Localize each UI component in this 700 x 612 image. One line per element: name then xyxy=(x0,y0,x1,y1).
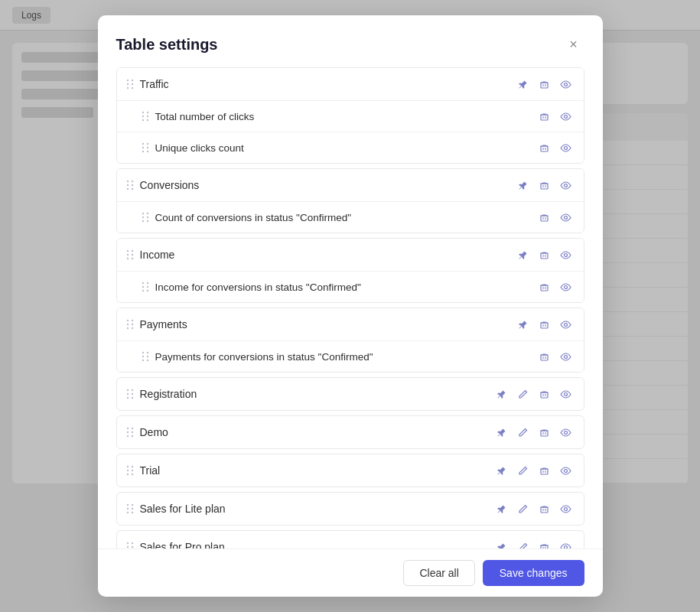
delete-icon[interactable] xyxy=(536,424,553,441)
svg-point-0 xyxy=(126,80,128,81)
svg-point-51 xyxy=(146,286,148,288)
svg-point-25 xyxy=(131,181,132,182)
close-button[interactable]: × xyxy=(563,34,584,55)
svg-rect-62 xyxy=(541,323,548,328)
visibility-icon[interactable] xyxy=(558,316,575,333)
pin-icon[interactable] xyxy=(515,316,532,333)
svg-point-32 xyxy=(142,213,143,214)
visibility-icon[interactable] xyxy=(558,500,575,517)
svg-point-45 xyxy=(131,258,132,259)
delete-icon[interactable] xyxy=(536,462,553,479)
svg-point-88 xyxy=(126,466,128,467)
edit-icon[interactable] xyxy=(515,462,532,479)
row-actions xyxy=(493,500,575,517)
svg-point-90 xyxy=(126,470,128,471)
modal-body[interactable]: TrafficTotal number of clicksUnique clic… xyxy=(98,67,603,549)
delete-icon[interactable] xyxy=(536,500,553,517)
svg-rect-22 xyxy=(541,146,548,151)
svg-point-40 xyxy=(126,250,128,252)
svg-point-1 xyxy=(131,80,132,81)
svg-point-75 xyxy=(131,393,132,395)
visibility-icon[interactable] xyxy=(558,539,575,549)
drag-handle-icon xyxy=(126,79,134,90)
pin-icon[interactable] xyxy=(493,500,510,517)
svg-point-49 xyxy=(146,282,148,284)
svg-point-55 xyxy=(565,285,568,288)
group-container-income: IncomeIncome for conversions in status "… xyxy=(116,238,584,303)
row-actions xyxy=(515,76,575,93)
svg-point-76 xyxy=(126,397,128,399)
svg-point-79 xyxy=(565,392,568,396)
svg-point-11 xyxy=(146,116,148,117)
pin-icon[interactable] xyxy=(493,424,510,441)
svg-point-28 xyxy=(126,188,128,190)
edit-icon[interactable] xyxy=(515,539,532,549)
delete-icon[interactable] xyxy=(536,139,553,156)
group-container-payments: PaymentsPayments for conversions in stat… xyxy=(116,308,584,373)
delete-icon[interactable] xyxy=(536,539,553,549)
delete-icon[interactable] xyxy=(536,108,553,125)
svg-point-71 xyxy=(565,355,568,358)
drag-handle-icon xyxy=(142,111,149,122)
svg-point-64 xyxy=(142,352,143,353)
save-changes-button[interactable]: Save changes xyxy=(483,560,584,586)
delete-icon[interactable] xyxy=(536,348,553,365)
group-label-demo: Demo xyxy=(140,426,487,438)
edit-icon[interactable] xyxy=(515,424,532,441)
visibility-icon[interactable] xyxy=(558,386,575,402)
delete-icon[interactable] xyxy=(536,278,553,295)
pin-icon[interactable] xyxy=(515,76,532,93)
row-actions xyxy=(515,177,575,194)
visibility-icon[interactable] xyxy=(558,348,575,365)
pin-icon[interactable] xyxy=(515,246,532,263)
delete-icon[interactable] xyxy=(536,177,553,194)
visibility-icon[interactable] xyxy=(558,177,575,194)
edit-icon[interactable] xyxy=(515,386,532,402)
svg-point-58 xyxy=(126,324,128,325)
svg-point-98 xyxy=(126,508,128,509)
svg-point-16 xyxy=(142,143,143,145)
svg-rect-94 xyxy=(541,469,548,474)
svg-point-99 xyxy=(131,508,132,509)
edit-icon[interactable] xyxy=(515,500,532,517)
svg-point-66 xyxy=(142,356,143,357)
svg-point-2 xyxy=(126,83,128,85)
visibility-icon[interactable] xyxy=(558,76,575,93)
visibility-icon[interactable] xyxy=(558,462,575,479)
delete-icon[interactable] xyxy=(536,316,553,333)
child-row-conversions-confirmed: Count of conversions in status "Confirme… xyxy=(117,202,584,233)
svg-point-105 xyxy=(131,542,132,544)
delete-icon[interactable] xyxy=(536,386,553,402)
visibility-icon[interactable] xyxy=(558,278,575,295)
delete-icon[interactable] xyxy=(536,246,553,263)
clear-all-button[interactable]: Clear all xyxy=(403,560,474,586)
drag-handle-icon xyxy=(126,389,134,399)
visibility-icon[interactable] xyxy=(558,246,575,263)
svg-point-9 xyxy=(146,112,148,113)
svg-point-82 xyxy=(126,431,128,433)
child-label-income-confirmed: Income for conversions in status "Confir… xyxy=(155,282,530,293)
pin-icon[interactable] xyxy=(493,539,510,549)
row-actions xyxy=(536,209,575,226)
drag-handle-icon xyxy=(126,249,134,260)
visibility-icon[interactable] xyxy=(558,139,575,156)
row-actions xyxy=(493,539,575,549)
visibility-icon[interactable] xyxy=(558,108,575,125)
drag-handle-icon xyxy=(142,142,149,153)
delete-icon[interactable] xyxy=(536,76,553,93)
visibility-icon[interactable] xyxy=(558,209,575,226)
svg-point-85 xyxy=(131,435,132,437)
delete-icon[interactable] xyxy=(536,209,553,226)
svg-point-3 xyxy=(131,83,132,85)
group-label-income: Income xyxy=(140,249,509,261)
modal-title: Table settings xyxy=(116,36,218,54)
drag-handle-icon xyxy=(126,427,134,438)
svg-point-100 xyxy=(126,512,128,513)
pin-icon[interactable] xyxy=(493,462,510,479)
pin-icon[interactable] xyxy=(515,177,532,194)
group-row-conversions: Conversions xyxy=(117,169,584,202)
visibility-icon[interactable] xyxy=(558,424,575,441)
pin-icon[interactable] xyxy=(493,386,510,402)
svg-point-20 xyxy=(142,151,143,152)
group-row-payments: Payments xyxy=(117,308,584,341)
